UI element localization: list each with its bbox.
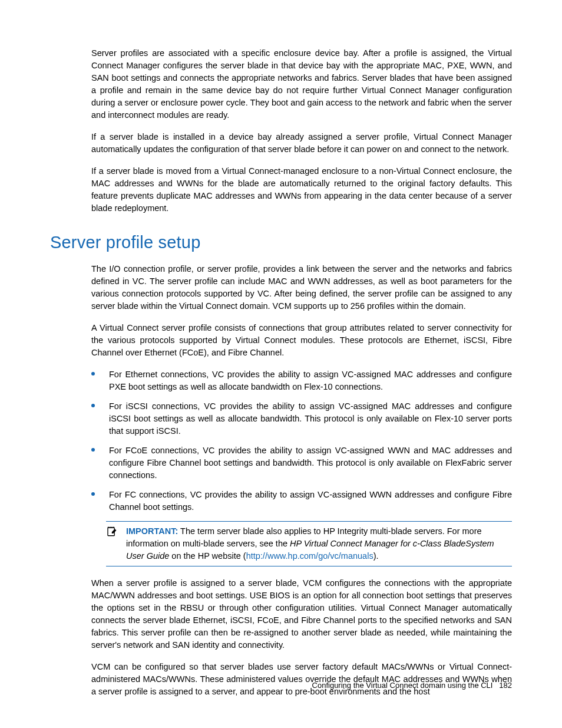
footer-text: Configuring the Virtual Connect domain u… <box>312 681 493 690</box>
callout-segment: ). <box>373 551 379 561</box>
body-paragraph: If a server blade is moved from a Virtua… <box>91 165 512 215</box>
callout-segment: on the HP website ( <box>169 551 246 561</box>
body-paragraph: Server profiles are associated with a sp… <box>91 47 512 121</box>
list-item: For FCoE connections, VC provides the ab… <box>91 444 512 482</box>
bullet-list: For Ethernet connections, VC provides th… <box>91 368 512 513</box>
list-item-text: For Ethernet connections, VC provides th… <box>109 370 512 391</box>
list-item-text: For FCoE connections, VC provides the ab… <box>109 446 512 480</box>
body-paragraph: If a server blade is installed in a devi… <box>91 131 512 156</box>
list-item: For iSCSI connections, VC provides the a… <box>91 400 512 437</box>
list-item: For FC connections, VC provides the abil… <box>91 489 512 513</box>
bullet-icon <box>91 372 95 375</box>
section-heading: Server profile setup <box>50 230 512 255</box>
manual-link[interactable]: http://www.hp.com/go/vc/manuals <box>246 551 373 561</box>
page-number: 182 <box>499 681 512 690</box>
bullet-icon <box>91 404 95 407</box>
list-item: For Ethernet connections, VC provides th… <box>91 368 512 393</box>
important-label: IMPORTANT: <box>126 526 178 536</box>
body-paragraph: The I/O connection profile, or server pr… <box>91 263 512 312</box>
body-paragraph: When a server profile is assigned to a s… <box>91 577 512 651</box>
important-callout: IMPORTANT: The term server blade also ap… <box>106 521 512 566</box>
body-paragraph: VCM can be configured so that server bla… <box>91 661 512 698</box>
body-paragraph: A Virtual Connect server profile consist… <box>91 322 512 359</box>
note-icon <box>106 525 126 562</box>
bullet-icon <box>91 492 95 496</box>
callout-text: IMPORTANT: The term server blade also ap… <box>126 525 512 562</box>
list-item-text: For iSCSI connections, VC provides the a… <box>109 401 512 436</box>
list-item-text: For FC connections, VC provides the abil… <box>109 490 512 512</box>
bullet-icon <box>91 448 95 452</box>
page-footer: Configuring the Virtual Connect domain u… <box>312 680 512 691</box>
